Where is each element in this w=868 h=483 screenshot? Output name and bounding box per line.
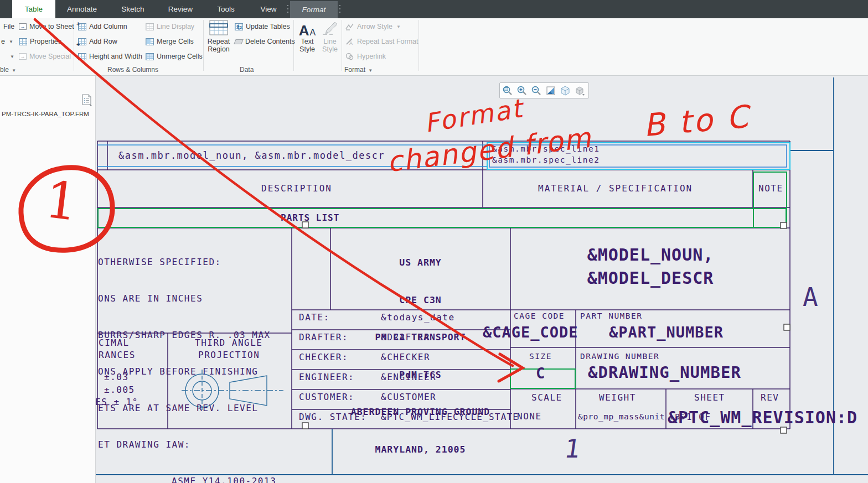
selection-handle [784, 324, 790, 330]
tab-table[interactable]: Table [12, 0, 55, 18]
display-style-icon[interactable] [574, 85, 585, 96]
repeat-region-button[interactable]: Repeat Region [206, 20, 231, 53]
unmerge-cells-button[interactable]: Unmerge Cells [146, 50, 203, 63]
cell-material-header[interactable]: MATERIAL / SPECIFICATION [538, 183, 693, 194]
field-scale-value[interactable]: NONE [517, 411, 542, 422]
admin-value-dwg-state[interactable]: &PTC_WM_LIFECYCLE_STATE [381, 412, 519, 422]
chevron-down-icon: ▼ [368, 68, 373, 73]
admin-value-customer[interactable]: &CUSTOMER [381, 392, 436, 402]
field-model-line[interactable]: &asm.mbr.model_noun, &asm.mbr.model_desc… [118, 150, 385, 161]
dropdown-partial-2[interactable]: ▼ [9, 50, 14, 63]
admin-value-engineer[interactable]: &ENGINEER [381, 372, 436, 382]
arrow-style-icon [345, 23, 354, 30]
tab-view[interactable]: View [250, 0, 287, 18]
cell-description-header[interactable]: DESCRIPTION [261, 183, 332, 194]
group-divider [203, 20, 204, 71]
admin-label-drafter[interactable]: DRAFTER: [299, 332, 348, 342]
cell-parts-list[interactable]: PARTS LIST [281, 212, 339, 223]
field-model-descr[interactable]: &MODEL_DESCR [531, 268, 769, 288]
merge-cells-label: Merge Cells [157, 38, 194, 45]
tree-item-format-file[interactable]: PM-TRCS-IK-PARA_TOP.FRM [2, 111, 89, 117]
add-column-label: Add Column [89, 23, 127, 30]
red-note-word-b-to-c: B to C [642, 98, 752, 144]
chevron-down-icon: ▼ [10, 54, 14, 59]
svg-text:A: A [349, 40, 353, 45]
group-divider [342, 20, 342, 71]
add-row-button[interactable]: + Add Row [78, 35, 117, 48]
update-tables-button[interactable]: ↻ Update Tables [235, 20, 290, 33]
repeat-region-label-1: Repeat [208, 38, 230, 45]
label-rev[interactable]: REV [761, 392, 779, 403]
tolerance-value[interactable]: ES ± 1° [95, 397, 138, 407]
admin-value-drafter[interactable]: &DRAFTER [381, 332, 430, 342]
hyperlink-icon [345, 53, 354, 60]
label-size[interactable]: SIZE [529, 352, 552, 361]
merge-cells-button[interactable]: Merge Cells [146, 35, 194, 48]
admin-label-engineer[interactable]: ENGINEER: [299, 372, 354, 382]
format-file-icon[interactable] [81, 94, 92, 106]
add-column-icon: + [78, 23, 86, 30]
tab-separator [287, 4, 288, 14]
admin-value-date[interactable]: &todays_date [381, 312, 455, 323]
add-column-button[interactable]: + Add Column [78, 20, 127, 33]
height-and-width-button[interactable]: ↕ Height and Width [78, 50, 142, 63]
tolerance-text[interactable]: RANCES [99, 350, 136, 360]
admin-label-date[interactable]: DATE: [299, 312, 330, 323]
selection-green-note-cell [753, 172, 787, 227]
tab-separator [339, 4, 340, 14]
tab-sketch-label: Sketch [121, 5, 144, 13]
note-line: OTHERWISE SPECIFIED: [98, 256, 276, 268]
table-group-text: ble [0, 66, 9, 74]
cell-note-header[interactable]: NOTE [758, 183, 783, 194]
zoom-out-icon[interactable] [531, 85, 542, 96]
dropdown-partial[interactable]: e▼ [1, 35, 13, 48]
label-weight[interactable]: WEIGHT [599, 392, 636, 403]
move-to-sheet-button[interactable]: → Move to Sheet [19, 20, 74, 33]
group-label-table-partial[interactable]: ble ▼ [0, 66, 16, 74]
text-style-button[interactable]: A A Text Style [297, 20, 318, 53]
file-button-partial[interactable]: File [3, 20, 14, 33]
label-drawing-number[interactable]: DRAWING NUMBER [580, 352, 659, 361]
tab-format[interactable]: Format [290, 1, 338, 18]
delete-contents-button[interactable]: Delete Contents [235, 35, 295, 48]
tab-tools[interactable]: Tools [208, 0, 244, 18]
admin-label-checker[interactable]: CHECKER: [299, 352, 348, 362]
refit-sheet-icon[interactable] [545, 85, 556, 96]
label-cage-code[interactable]: CAGE CODE [514, 311, 565, 320]
field-model-noun[interactable]: &MODEL_NOUN, [531, 245, 769, 264]
label-part-number[interactable]: PART NUMBER [580, 311, 643, 320]
repeat-last-format-icon: A [345, 38, 354, 45]
agency-line: MARYLAND, 21005 [330, 444, 510, 456]
tolerance-text[interactable]: CIMAL [99, 337, 130, 348]
note-line: ASME Y14.100-2013 [98, 475, 276, 483]
label-scale[interactable]: SCALE [531, 392, 562, 403]
properties-icon [19, 38, 27, 45]
field-size[interactable]: C [536, 365, 545, 382]
line-display-label: Line Display [157, 23, 194, 30]
unmerge-cells-icon [146, 53, 154, 60]
group-label-format[interactable]: Format ▼ [344, 66, 373, 74]
field-part-number[interactable]: &PART_NUMBER [609, 324, 724, 341]
tolerance-value[interactable]: ±.03 [104, 372, 129, 382]
field-cage-code[interactable]: &CAGE_CODE [483, 324, 578, 341]
admin-label-dwg-state[interactable]: DWG. STATE: [299, 412, 366, 422]
field-rev-value[interactable]: &PTC_WM_REVISION:D [668, 408, 857, 427]
tab-review[interactable]: Review [161, 0, 200, 18]
view-manager-icon[interactable] [560, 85, 571, 96]
merge-cells-icon [146, 38, 154, 45]
projection-label[interactable]: PROJECTION [198, 350, 260, 360]
tab-sketch[interactable]: Sketch [113, 0, 152, 18]
red-note-word-changed-from: changed from [385, 122, 593, 179]
projection-label[interactable]: THIRD ANGLE [195, 337, 262, 348]
label-sheet[interactable]: SHEET [694, 392, 725, 403]
tab-annotate[interactable]: Annotate [60, 0, 104, 18]
agency-block[interactable]: US ARMY CPE C3N PM C2 TRANSPORT PdM TCS … [330, 232, 510, 469]
properties-button[interactable]: Properties [19, 35, 61, 48]
field-drawing-number[interactable]: &DRAWING_NUMBER [588, 363, 741, 382]
agency-line: CPE C3N [330, 294, 510, 307]
delete-contents-label: Delete Contents [245, 38, 295, 45]
tolerance-value[interactable]: ±.005 [104, 385, 135, 395]
dropdown-e-label: e [1, 38, 5, 45]
admin-label-customer[interactable]: CUSTOMER: [299, 392, 354, 402]
admin-value-checker[interactable]: &CHECKER [381, 352, 430, 362]
